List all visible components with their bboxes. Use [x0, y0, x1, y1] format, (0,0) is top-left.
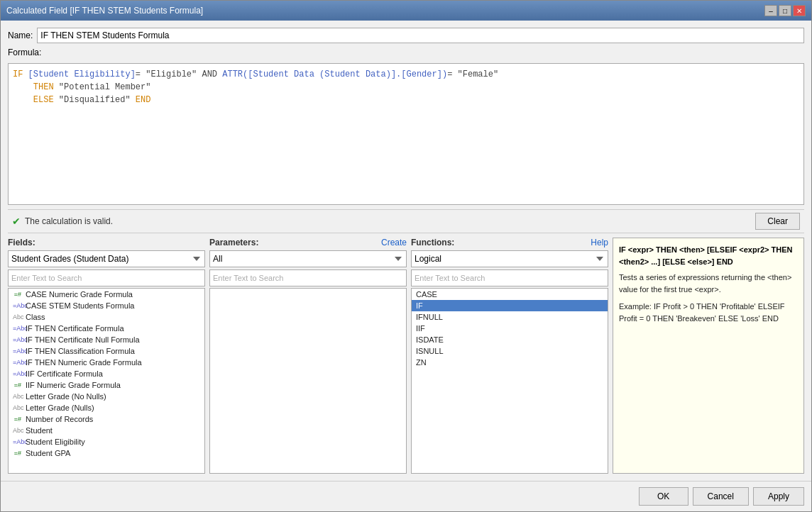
list-item[interactable]: =Abc IF THEN Certificate Formula: [9, 323, 204, 334]
list-item[interactable]: =Abc CASE STEM Students Formula: [9, 300, 204, 311]
parameters-label: Parameters:: [209, 238, 258, 247]
name-input[interactable]: [37, 28, 804, 43]
list-item-isnull[interactable]: ISNULL: [412, 345, 608, 357]
functions-search[interactable]: [411, 269, 608, 286]
formula-label: Formula:: [8, 48, 804, 57]
list-item[interactable]: =# CASE Numeric Grade Formula: [9, 289, 204, 300]
list-item-isdate[interactable]: ISDATE: [412, 334, 608, 345]
help-panel: IF <expr> THEN <then> [ELSEIF <expr2> TH…: [613, 238, 804, 474]
list-item[interactable]: Abc Letter Grade (No Nulls): [9, 391, 204, 402]
functions-panel-header: Functions: Help: [411, 238, 608, 247]
list-item[interactable]: Abc Class: [9, 311, 204, 323]
list-item[interactable]: =# IIF Numeric Grade Formula: [9, 379, 204, 391]
ok-button[interactable]: OK: [639, 487, 688, 506]
list-item[interactable]: =# Student GPA: [9, 447, 204, 459]
check-icon: ✔: [12, 216, 21, 227]
title-bar-buttons: – □ ✕: [764, 5, 806, 16]
validation-message: The calculation is valid.: [25, 216, 113, 226]
hash-icon: =#: [13, 382, 23, 389]
list-item-zn[interactable]: ZN: [412, 357, 608, 368]
list-item-ifnull[interactable]: IFNULL: [412, 311, 608, 323]
list-item[interactable]: =Abc Student Eligibility: [9, 436, 204, 447]
title-bar: Calculated Field [IF THEN STEM Students …: [1, 1, 811, 21]
hash-icon: =#: [13, 450, 23, 457]
abc-icon: =Abc: [13, 347, 23, 355]
formula-code: IF [Student Eligibility]= "Eligible" AND…: [13, 68, 799, 106]
help-title: IF <expr> THEN <then> [ELSEIF <expr2> TH…: [619, 244, 798, 267]
fields-panel-header: Fields:: [8, 238, 205, 247]
example-label: Example:: [619, 302, 652, 311]
fields-label: Fields:: [8, 238, 35, 247]
panels-row: Fields: Student Grades (Student Data) =#…: [8, 238, 804, 474]
functions-list: CASE IF IFNULL IIF ISDATE ISNU: [411, 288, 608, 474]
restore-button[interactable]: □: [779, 5, 791, 16]
validation-bar: ✔ The calculation is valid. Clear: [8, 209, 804, 233]
list-item[interactable]: =Abc IF THEN Classification Formula: [9, 345, 204, 357]
fields-search[interactable]: [8, 269, 205, 286]
list-item-case[interactable]: CASE: [412, 289, 608, 300]
functions-dropdown[interactable]: Logical: [411, 250, 608, 267]
abc-icon: =Abc: [13, 325, 23, 332]
plain-icon: Abc: [13, 313, 23, 321]
abc-icon: =Abc: [13, 336, 23, 343]
list-item[interactable]: =Abc IF THEN Numeric Grade Formula: [9, 357, 204, 368]
abc-icon: =Abc: [13, 438, 23, 445]
bottom-bar: OK Cancel Apply: [1, 481, 811, 511]
functions-label: Functions:: [411, 238, 454, 247]
validation-text: ✔ The calculation is valid.: [12, 216, 113, 227]
list-item[interactable]: Abc Student: [9, 425, 204, 436]
apply-button[interactable]: Apply: [753, 487, 804, 506]
parameters-list: [209, 288, 407, 474]
clear-button[interactable]: Clear: [755, 213, 800, 230]
parameters-dropdown[interactable]: All: [209, 250, 407, 267]
list-item-if[interactable]: IF: [412, 300, 608, 311]
plain-icon: Abc: [13, 427, 23, 434]
cancel-button[interactable]: Cancel: [693, 487, 749, 506]
abc-icon: =Abc: [13, 302, 23, 309]
main-window: Calculated Field [IF THEN STEM Students …: [0, 0, 812, 512]
content-area: Name: Formula: IF [Student Eligibility]=…: [1, 21, 811, 481]
plain-icon: Abc: [13, 393, 23, 400]
hash-icon: =#: [13, 416, 23, 423]
name-row: Name:: [8, 28, 804, 43]
help-description: Tests a series of expressions returning …: [619, 272, 798, 295]
help-link[interactable]: Help: [591, 238, 608, 247]
abc-icon: =Abc: [13, 370, 23, 377]
parameters-panel-header: Parameters: Create: [209, 238, 407, 247]
list-item-iif[interactable]: IIF: [412, 323, 608, 334]
list-item[interactable]: =Abc IIF Certificate Formula: [9, 368, 204, 379]
minimize-button[interactable]: –: [764, 5, 777, 16]
fields-dropdown[interactable]: Student Grades (Student Data): [8, 250, 205, 267]
formula-editor[interactable]: IF [Student Eligibility]= "Eligible" AND…: [8, 63, 804, 205]
fields-list: =# CASE Numeric Grade Formula =Abc CASE …: [8, 288, 205, 474]
list-item[interactable]: =# Number of Records: [9, 413, 204, 425]
close-button[interactable]: ✕: [793, 5, 806, 16]
plain-icon: Abc: [13, 404, 23, 411]
create-link[interactable]: Create: [381, 238, 407, 247]
name-label: Name:: [8, 30, 33, 40]
fields-panel: Fields: Student Grades (Student Data) =#…: [8, 238, 205, 474]
hash-icon: =#: [13, 291, 23, 298]
help-example: Example: IF Profit > 0 THEN 'Profitable'…: [619, 301, 798, 324]
list-item[interactable]: Abc Letter Grade (Nulls): [9, 402, 204, 413]
window-title: Calculated Field [IF THEN STEM Students …: [6, 6, 203, 16]
functions-panel: Functions: Help Logical CASE IF IFNULL: [411, 238, 608, 474]
list-item[interactable]: =Abc IF THEN Certificate Null Formula: [9, 334, 204, 345]
parameters-panel: Parameters: Create All: [209, 238, 407, 474]
abc-icon: =Abc: [13, 359, 23, 366]
parameters-search[interactable]: [209, 269, 407, 286]
